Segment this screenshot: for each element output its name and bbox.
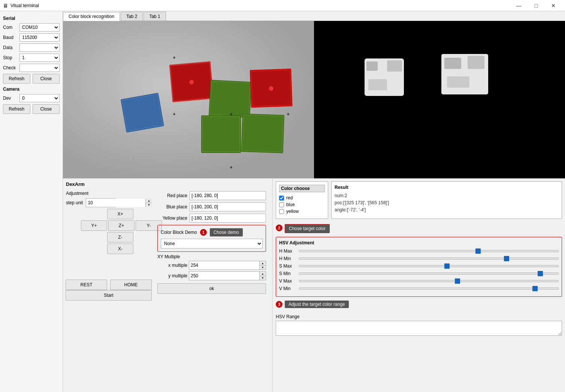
camera-refresh-button[interactable]: Refresh	[3, 104, 30, 114]
step-unit-up[interactable]: ▲	[146, 199, 152, 203]
yellow-place-row: Yellow place	[157, 214, 266, 223]
h-min-track[interactable]	[299, 257, 559, 260]
serial-close-button[interactable]: Close	[33, 74, 60, 84]
chose-target-color-button[interactable]: Chose target color	[285, 224, 330, 233]
x-minus-button[interactable]: X-	[107, 244, 133, 254]
demo-section: Color Block Demo 1 Chose demo None	[157, 225, 266, 252]
v-max-track[interactable]	[299, 280, 559, 282]
bottom-area: DexArm Adjustment step unit ▲ ▼	[63, 178, 565, 392]
y-multiple-up[interactable]: ▲	[260, 272, 266, 276]
h-max-track[interactable]	[299, 250, 559, 252]
home-button[interactable]: HOME	[110, 280, 152, 290]
svg-rect-3	[122, 94, 162, 131]
rest-button[interactable]: REST	[66, 280, 107, 290]
s-min-row: S Min	[279, 271, 559, 276]
serial-refresh-button[interactable]: Refresh	[3, 74, 30, 84]
start-button[interactable]: Start	[66, 290, 152, 301]
red-place-input[interactable]	[190, 191, 266, 200]
svg-rect-8	[210, 81, 250, 116]
stop-select[interactable]: 1	[19, 54, 60, 62]
h-max-thumb[interactable]	[475, 248, 481, 254]
data-label: Data	[3, 45, 18, 50]
baud-label: Baud	[3, 35, 18, 40]
s-max-track[interactable]	[299, 265, 559, 267]
com-select[interactable]: COM10	[19, 23, 60, 31]
chose-demo-button[interactable]: Chose demo	[210, 228, 243, 236]
x-plus-button[interactable]: X+	[107, 209, 133, 219]
hsv-title: HSV Adjustment	[279, 240, 559, 245]
yellow-checkbox[interactable]	[279, 209, 284, 214]
serial-btn-row: Refresh Close	[3, 74, 60, 84]
z-minus-button[interactable]: Z-	[107, 232, 133, 242]
v-max-row: V Max	[279, 278, 559, 284]
minimize-button[interactable]: —	[510, 0, 528, 11]
s-max-row: S Max	[279, 263, 559, 269]
svg-text:+: +	[287, 112, 289, 117]
s-max-thumb[interactable]	[444, 263, 450, 269]
adjust-tooltip-row: 3 Adjust the target color range	[276, 301, 562, 308]
v-min-row: V Min	[279, 286, 559, 291]
stop-label: Stop	[3, 55, 18, 60]
tab-tab1[interactable]: Tab 1	[143, 12, 166, 21]
adjust-badge: 3	[276, 301, 282, 308]
camera-section-title: Camera	[3, 87, 60, 92]
h-min-thumb[interactable]	[504, 256, 509, 261]
tab-color-block-recognition[interactable]: Color block recognition	[63, 12, 120, 21]
dev-select[interactable]: 0	[19, 94, 60, 102]
result-angle: angle:['-72', '-4']	[335, 206, 559, 214]
main-layout: Serial Com COM10 Baud 115200 Data Stop 1	[0, 11, 565, 392]
s-min-thumb[interactable]	[538, 271, 543, 276]
y-multiple-down[interactable]: ▼	[260, 276, 266, 280]
z-plus-button[interactable]: Z+	[108, 220, 135, 231]
step-unit-down[interactable]: ▼	[146, 203, 152, 207]
camera-close-button[interactable]: Close	[33, 104, 60, 114]
content-area: Color block recognition Tab 2 Tab 1	[63, 11, 565, 392]
dev-label: Dev	[3, 96, 18, 101]
red-checkbox[interactable]	[279, 196, 284, 200]
v-min-track[interactable]	[299, 287, 559, 290]
step-unit-spinbox: ▲ ▼	[86, 198, 116, 207]
blue-place-row: Blue place	[157, 202, 266, 211]
x-multiple-input[interactable]	[189, 261, 259, 269]
y-multiple-row: y multiple ▲ ▼	[157, 271, 266, 280]
result-title: Result	[335, 185, 559, 190]
svg-rect-13	[203, 117, 239, 151]
demo-select[interactable]: None	[161, 239, 263, 248]
v-min-label: V Min	[279, 286, 296, 291]
hsv-range-label: HSV Range	[276, 314, 562, 319]
data-row: Data	[3, 43, 60, 52]
color-choose-title: Color choose	[279, 185, 325, 192]
blue-checkbox[interactable]	[279, 202, 284, 207]
h-min-row: H Min	[279, 256, 559, 261]
svg-text:+: +	[230, 165, 232, 170]
title-bar-title: Vitual terminal	[10, 3, 39, 8]
demo-badge: 1	[200, 229, 207, 236]
blue-place-input[interactable]	[190, 202, 266, 211]
maximize-button[interactable]: □	[528, 0, 545, 11]
hsv-range-input[interactable]	[276, 321, 562, 336]
x-multiple-down[interactable]: ▼	[260, 266, 266, 270]
mask-camera-panel	[314, 21, 565, 178]
ok-button[interactable]: ok	[157, 283, 266, 294]
y-multiple-input[interactable]	[189, 272, 259, 280]
s-min-track[interactable]	[299, 272, 559, 275]
step-unit-input[interactable]	[86, 199, 145, 207]
x-multiple-label: x multiple	[157, 263, 187, 268]
v-max-thumb[interactable]	[455, 278, 460, 284]
chose-target-badge: 2	[276, 224, 282, 231]
x-multiple-up[interactable]: ▲	[260, 261, 266, 266]
demo-label-row: Color Block Demo 1 Chose demo	[161, 228, 263, 236]
baud-select[interactable]: 115200	[19, 33, 60, 42]
demo-title: Color Block Demo	[161, 230, 197, 235]
close-button[interactable]: ✕	[545, 0, 562, 11]
camera-btn-row: Refresh Close	[3, 104, 60, 114]
y-plus-button[interactable]: Y+	[81, 220, 107, 231]
yellow-place-input[interactable]	[190, 214, 266, 223]
tab-tab2[interactable]: Tab 2	[121, 12, 143, 21]
data-select[interactable]	[19, 43, 60, 52]
result-pos: pos:['[325 173]', '[565 158]']	[335, 199, 559, 206]
red-label: red	[286, 195, 293, 200]
check-select[interactable]	[19, 64, 60, 72]
xy-section: XY Multiple x multiple ▲ ▼	[157, 254, 266, 294]
v-min-thumb[interactable]	[532, 286, 538, 291]
